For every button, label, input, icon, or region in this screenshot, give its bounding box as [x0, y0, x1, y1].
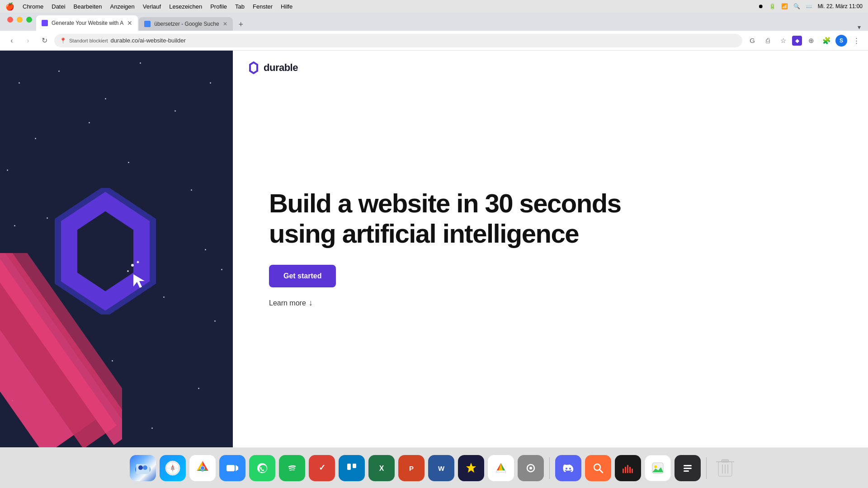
tab-favicon-google: [144, 21, 151, 27]
star-dot: [198, 388, 199, 389]
back-button[interactable]: ‹: [5, 34, 18, 47]
svg-text:W: W: [438, 465, 445, 472]
tab-favicon-durable: [42, 20, 48, 26]
dock-powerpoint[interactable]: P: [398, 455, 425, 481]
svg-point-61: [654, 465, 657, 468]
dock-trello[interactable]: [339, 455, 365, 481]
url-bar[interactable]: 📍 Standort blockiert durable.co/ai-websi…: [54, 34, 742, 47]
dock-word[interactable]: W: [428, 455, 454, 481]
svg-point-1: [137, 261, 139, 263]
forward-button[interactable]: ›: [22, 34, 34, 47]
extension-icon-2[interactable]: ⊕: [805, 34, 817, 47]
dock-finder[interactable]: [130, 455, 156, 481]
tabs-list-icon[interactable]: ▾: [858, 23, 861, 31]
dock: ✓ X P W: [0, 447, 868, 488]
profile-avatar[interactable]: S: [835, 35, 847, 47]
tab-close-durable[interactable]: ✕: [127, 19, 132, 27]
traffic-lights[interactable]: [4, 15, 36, 24]
menubar-datetime: Mi. 22. März 11:00: [818, 3, 863, 9]
tab-google[interactable]: übersetzer - Google Suche ✕: [139, 17, 232, 31]
bookmark-icon[interactable]: ☆: [777, 34, 789, 47]
dock-drive[interactable]: [488, 455, 514, 481]
menubar-fenster[interactable]: Fenster: [253, 3, 273, 10]
menu-icon[interactable]: ⋮: [850, 34, 863, 47]
cursor-graphic: [123, 258, 155, 292]
tab-title-durable: Generate Your Website with A: [52, 20, 123, 26]
dock-trash[interactable]: [712, 455, 738, 481]
hero-title-line1: Build a website in 30 seconds: [269, 188, 621, 218]
menubar-datei[interactable]: Datei: [52, 3, 65, 10]
reload-button[interactable]: ↻: [38, 34, 51, 47]
left-hero-panel: [0, 51, 233, 447]
dock-separator-2: [706, 457, 707, 479]
svg-rect-57: [629, 467, 631, 473]
menubar: 🍎 Chrome Datei Bearbeiten Anzeigen Verla…: [0, 0, 868, 13]
get-started-button[interactable]: Get started: [269, 265, 336, 287]
star-dot: [19, 82, 20, 84]
apple-menu[interactable]: 🍎: [5, 2, 14, 11]
location-blocked-label: Standort blockiert: [69, 38, 108, 43]
svg-rect-65: [684, 468, 692, 469]
close-window-button[interactable]: [7, 17, 13, 23]
menubar-hilfe[interactable]: Hilfe: [281, 3, 292, 10]
star-dot: [128, 162, 129, 163]
dock-imageoptim[interactable]: [645, 455, 671, 481]
arrow-down-icon: ↓: [309, 298, 313, 308]
menubar-verlauf[interactable]: Verlauf: [143, 3, 161, 10]
star-dot: [191, 189, 192, 191]
svg-rect-6: [136, 464, 150, 474]
dock-notchmeister[interactable]: [458, 455, 484, 481]
star-dot: [7, 169, 8, 171]
star-dot: [14, 225, 15, 226]
extensions-icon[interactable]: 🧩: [820, 34, 833, 47]
dock-todoist[interactable]: ✓: [309, 455, 335, 481]
learn-more-link[interactable]: Learn more ↓: [269, 298, 832, 308]
site-header: durable: [233, 51, 868, 85]
dock-excel[interactable]: X: [368, 455, 395, 481]
menubar-tab[interactable]: Tab: [235, 3, 245, 10]
svg-rect-28: [344, 460, 359, 476]
dock-zoom[interactable]: [219, 455, 245, 481]
star-dot: [105, 98, 106, 99]
dock-proxyman[interactable]: [585, 455, 611, 481]
svg-point-49: [569, 468, 571, 469]
hero-title: Build a website in 30 seconds using arti…: [269, 188, 832, 249]
keyboard-icon: ⌨️: [806, 3, 812, 9]
tab-durable[interactable]: Generate Your Website with A ✕: [36, 15, 138, 31]
new-tab-button[interactable]: +: [235, 18, 247, 31]
dock-chrome[interactable]: [189, 455, 216, 481]
dock-whatsapp[interactable]: [249, 455, 275, 481]
menubar-bearbeiten[interactable]: Bearbeiten: [74, 3, 102, 10]
star-dot: [140, 62, 141, 64]
menubar-profile[interactable]: Profile: [210, 3, 227, 10]
dock-safari[interactable]: [160, 455, 186, 481]
svg-text:✓: ✓: [319, 463, 326, 472]
dock-discord[interactable]: [555, 455, 581, 481]
minimize-window-button[interactable]: [17, 17, 23, 23]
dock-spotify[interactable]: [279, 455, 305, 481]
tab-close-google[interactable]: ✕: [223, 21, 227, 27]
fullscreen-window-button[interactable]: [26, 17, 32, 23]
svg-rect-58: [632, 469, 633, 473]
star-dot: [214, 320, 216, 322]
menubar-chrome[interactable]: Chrome: [23, 3, 43, 10]
extension-icon-1[interactable]: ◆: [792, 36, 802, 46]
right-content-panel: durable Build a website in 30 seconds us…: [233, 51, 868, 447]
dock-system-prefs[interactable]: [518, 455, 544, 481]
dock-bartender[interactable]: [675, 455, 701, 481]
share-icon[interactable]: ⎙: [761, 34, 774, 47]
google-icon[interactable]: G: [746, 34, 759, 47]
wifi-icon: 📶: [781, 3, 788, 9]
tab-right-controls: ▾: [858, 23, 864, 31]
svg-text:X: X: [379, 465, 384, 472]
svg-rect-30: [353, 464, 356, 468]
menubar-anzeigen[interactable]: Anzeigen: [110, 3, 135, 10]
dock-soundsource[interactable]: [615, 455, 641, 481]
search-icon[interactable]: 🔍: [793, 3, 800, 9]
menubar-lesezeichen[interactable]: Lesezeichen: [169, 3, 202, 10]
url-text: durable.co/ai-website-builder: [111, 37, 186, 44]
durable-logo[interactable]: durable: [247, 61, 298, 74]
svg-point-8: [143, 465, 147, 470]
svg-rect-55: [625, 467, 626, 473]
svg-point-7: [138, 465, 143, 470]
